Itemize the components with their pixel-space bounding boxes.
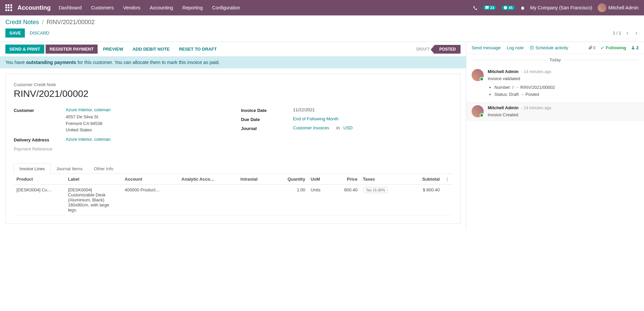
th-options-icon[interactable]: ⋮ (442, 174, 452, 185)
discard-button[interactable]: DISCARD (26, 28, 53, 38)
app-brand[interactable]: Accounting (17, 4, 51, 11)
pager-text: 1 / 1 (613, 30, 621, 36)
cell-product[interactable]: [DESK0004] Cu… (14, 184, 65, 215)
chatter-panel: Send message Log note Schedule activity … (466, 42, 644, 229)
due-date-value[interactable]: End of Following Month (293, 116, 339, 121)
cell-intrastat[interactable] (238, 184, 272, 215)
cell-quantity[interactable]: 1.00 (272, 184, 308, 215)
cell-subtotal[interactable]: $ 800.40 (407, 184, 442, 215)
apps-icon[interactable] (5, 4, 12, 11)
invoice-lines-table: Product Label Account Analytic Acco… Int… (14, 174, 452, 215)
tracking-line: Number: / → RINV/2021/00002 (494, 84, 639, 91)
reset-to-draft-button[interactable]: RESET TO DRAFT (175, 45, 221, 54)
company-selector[interactable]: My Company (San Francisco) (530, 5, 592, 10)
button-bar: SEND & PRINT REGISTER PAYMENT PREVIEW AD… (0, 42, 466, 56)
message-time: - 14 minutes ago (521, 69, 551, 74)
table-row[interactable]: [DESK0004] Cu… [DESK0004] Customizable D… (14, 184, 452, 215)
followers-count: 2 (636, 45, 639, 50)
menu-vendors[interactable]: Vendors (123, 5, 140, 10)
user-menu[interactable]: Mitchell Admin (598, 3, 639, 12)
message-time: - 14 minutes ago (521, 106, 551, 110)
journal-in: in (336, 125, 340, 130)
activities-badge[interactable]: 45 (501, 5, 515, 10)
cell-account[interactable]: 400000 Product… (122, 184, 179, 215)
message-author[interactable]: Mitchell Admin (488, 69, 519, 74)
breadcrumb-parent[interactable]: Credit Notes (5, 19, 39, 25)
tab-other-info[interactable]: Other Info (88, 163, 119, 174)
cell-taxes[interactable]: Tax 15.00% (360, 184, 408, 215)
send-message-button[interactable]: Send message (472, 45, 501, 50)
th-price[interactable]: Price (331, 174, 360, 185)
th-label[interactable]: Label (65, 174, 122, 185)
cell-price[interactable]: 800.40 (331, 184, 360, 215)
doc-type-label: Customer Credit Note (14, 82, 452, 87)
doc-name: RINV/2021/00002 (14, 88, 452, 99)
th-subtotal[interactable]: Subtotal (407, 174, 442, 185)
cell-label[interactable]: [DESK0004] Customizable Desk (Aluminium,… (65, 184, 122, 215)
invoice-date-label: Invoice Date (241, 107, 293, 113)
message-author[interactable]: Mitchell Admin (488, 105, 519, 110)
breadcrumb: Credit Notes / RINV/2021/00002 (5, 19, 95, 26)
followers-button[interactable]: 2 (631, 45, 639, 50)
debug-icon[interactable] (520, 5, 525, 10)
pager-next-icon[interactable]: › (634, 29, 639, 37)
menu-configuration[interactable]: Configuration (212, 5, 240, 10)
th-taxes[interactable]: Taxes (360, 174, 408, 185)
preview-button[interactable]: PREVIEW (99, 45, 127, 54)
person-icon (631, 46, 635, 50)
activities-count: 45 (508, 6, 513, 10)
th-analytic[interactable]: Analytic Acco… (179, 174, 238, 185)
menu-accounting[interactable]: Accounting (150, 5, 173, 10)
customer-link[interactable]: Azure Interior, coleman (66, 107, 111, 112)
menu-customers[interactable]: Customers (91, 5, 114, 10)
th-product[interactable]: Product (14, 174, 65, 185)
register-payment-button[interactable]: REGISTER PAYMENT (46, 45, 98, 54)
main-menu: Dashboard Customers Vendors Accounting R… (59, 5, 473, 10)
status-posted[interactable]: POSTED (435, 45, 461, 54)
journal-label: Journal (241, 125, 293, 131)
tax-tag: Tax 15.00% (363, 187, 388, 193)
delivery-address-label: Delivery Address (14, 137, 66, 142)
customer-address: 4557 De Silva St Fremont CA 94538 United… (66, 114, 225, 133)
messages-count: 33 (490, 6, 494, 10)
customer-label: Customer (14, 107, 66, 113)
date-separator: Today (466, 54, 644, 66)
menu-reporting[interactable]: Reporting (182, 5, 203, 10)
following-button[interactable]: Following (600, 45, 626, 50)
status-bar: DRAFT POSTED (412, 45, 461, 54)
message-avatar-icon[interactable] (472, 105, 484, 117)
messages-badge[interactable]: 33 (483, 5, 496, 10)
cell-uom[interactable]: Units (308, 184, 331, 215)
schedule-activity-button[interactable]: Schedule activity (530, 45, 568, 50)
online-dot-icon (480, 113, 484, 117)
message-avatar-icon[interactable] (472, 69, 484, 81)
attachments-button[interactable]: 0 (588, 45, 595, 50)
menu-dashboard[interactable]: Dashboard (59, 5, 82, 10)
cell-analytic[interactable] (179, 184, 238, 215)
delivery-address-link[interactable]: Azure Interior, coleman (66, 137, 111, 142)
tracking-line: Status: Draft → Posted (494, 91, 639, 98)
add-debit-note-button[interactable]: ADD DEBIT NOTE (128, 45, 174, 54)
th-uom[interactable]: UoM (308, 174, 331, 185)
arrow-icon: → (515, 85, 519, 90)
phone-icon[interactable] (473, 5, 478, 10)
message-item: Mitchell Admin - 14 minutes ago Invoice … (466, 102, 644, 122)
th-account[interactable]: Account (122, 174, 179, 185)
log-note-button[interactable]: Log note (507, 45, 524, 50)
th-quantity[interactable]: Quantity (272, 174, 308, 185)
save-button[interactable]: SAVE (5, 28, 25, 38)
outstanding-payments-alert: You have outstanding payments for this c… (0, 56, 466, 68)
send-print-button[interactable]: SEND & PRINT (5, 45, 44, 54)
pager-prev-icon[interactable]: ‹ (625, 29, 630, 37)
clock-icon (530, 46, 534, 50)
tab-journal-items[interactable]: Journal Items (51, 163, 88, 174)
paperclip-icon (588, 46, 592, 50)
tab-invoice-lines[interactable]: Invoice Lines (14, 163, 51, 174)
tabs: Invoice Lines Journal Items Other Info (14, 163, 452, 174)
currency-value[interactable]: USD (343, 125, 353, 130)
th-intrastat[interactable]: Intrastat (238, 174, 272, 185)
invoice-date-value[interactable]: 11/22/2021 (293, 107, 452, 112)
journal-value[interactable]: Customer Invoices (293, 125, 329, 130)
online-dot-icon (480, 77, 484, 81)
user-avatar-icon (598, 3, 606, 12)
